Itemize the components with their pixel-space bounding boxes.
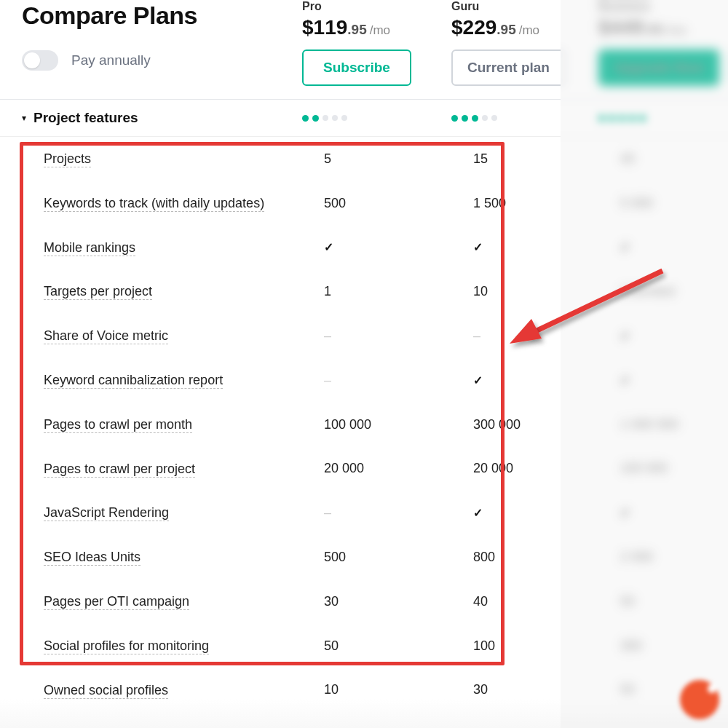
feature-label[interactable]: Targets per project xyxy=(44,284,152,300)
feature-value: 100 000 xyxy=(324,417,371,432)
features-table: Projects51540Keywords to track (with dai… xyxy=(0,137,728,712)
chevron-down-icon: ▾ xyxy=(22,113,26,123)
section-title: Project features xyxy=(33,110,138,126)
table-row: Owned social profiles103050 xyxy=(0,668,728,713)
check-icon xyxy=(620,240,630,254)
page-title: Compare Plans xyxy=(22,1,302,30)
plan-price-guru: $229 xyxy=(451,16,496,39)
table-row: Pages per OTI campaign304050 xyxy=(0,579,728,624)
chat-widget-icon[interactable] xyxy=(680,680,719,719)
feature-value: 50 xyxy=(620,594,635,609)
feature-label[interactable]: Pages to crawl per month xyxy=(44,417,192,433)
feature-label[interactable]: Owned social profiles xyxy=(44,683,168,699)
plan-rating-pro xyxy=(302,115,451,122)
feature-label[interactable]: Projects xyxy=(44,151,91,167)
current-plan-button-guru[interactable]: Current plan xyxy=(451,50,566,86)
plan-price-business: $449 xyxy=(598,16,644,39)
feature-value: 1 000 000 xyxy=(620,417,678,432)
feature-value: 2 000 xyxy=(620,550,653,564)
plan-header-pro: Pro $119.95/mo Subscribe xyxy=(302,0,451,86)
feature-value: 500 xyxy=(324,196,346,210)
feature-value: 1 500 xyxy=(473,196,506,210)
table-row: Keywords to track (with daily updates)50… xyxy=(0,181,728,226)
dash-icon: – xyxy=(324,373,331,387)
section-toggle-project-features[interactable]: ▾ Project features xyxy=(22,110,302,126)
feature-value: 15 xyxy=(473,151,488,166)
table-row: SEO Ideas Units5008002 000 xyxy=(0,535,728,579)
plan-rating-business xyxy=(582,115,728,122)
dash-icon: – xyxy=(473,328,480,343)
feature-value: 20 000 xyxy=(473,461,513,475)
feature-value: 800 xyxy=(473,550,495,564)
check-icon xyxy=(473,373,483,387)
feature-label[interactable]: Mobile rankings xyxy=(44,240,135,256)
dash-icon: – xyxy=(324,505,331,520)
check-icon xyxy=(620,505,630,520)
feature-value: 10 xyxy=(473,284,488,298)
feature-label[interactable]: Pages per OTI campaign xyxy=(44,594,189,610)
check-icon xyxy=(473,505,483,520)
check-icon xyxy=(473,240,483,254)
feature-label[interactable]: Pages to crawl per project xyxy=(44,462,195,478)
dash-icon: – xyxy=(324,328,331,343)
feature-label[interactable]: SEO Ideas Units xyxy=(44,550,141,566)
check-icon xyxy=(620,373,630,387)
table-row: Pages to crawl per month100 000300 0001 … xyxy=(0,403,728,447)
feature-value: 300 xyxy=(620,638,642,653)
feature-value: 30 xyxy=(473,682,488,697)
feature-value: 1 xyxy=(324,284,331,298)
table-row: Projects51540 xyxy=(0,137,728,181)
feature-value: 100 xyxy=(473,638,495,653)
feature-value: 500 xyxy=(324,550,346,564)
plan-name-business: Business xyxy=(598,0,728,13)
feature-value: 40 xyxy=(620,151,635,166)
feature-value: 50 xyxy=(620,682,635,697)
table-row: Targets per project110Unlimited xyxy=(0,269,728,314)
feature-label[interactable]: Keyword cannibalization report xyxy=(44,373,223,389)
check-icon xyxy=(620,328,630,343)
upgrade-button-business[interactable]: Upgrade Now xyxy=(598,50,719,86)
feature-value: 5 xyxy=(324,151,331,166)
subscribe-button-pro[interactable]: Subscribe xyxy=(302,50,411,86)
plan-header-business: Business $449.95/mo Upgrade Now xyxy=(582,0,728,86)
feature-value: 5 000 xyxy=(620,196,653,210)
table-row: JavaScript Rendering– xyxy=(0,491,728,535)
table-row: Pages to crawl per project20 00020 00010… xyxy=(0,447,728,491)
plan-name-pro: Pro xyxy=(302,0,451,13)
plan-name-guru: Guru xyxy=(451,0,582,13)
table-row: Social profiles for monitoring50100300 xyxy=(0,624,728,668)
check-icon xyxy=(324,240,333,254)
feature-value: Unlimited xyxy=(620,284,675,298)
feature-label[interactable]: Share of Voice metric xyxy=(44,328,168,344)
plan-header-guru: Guru $229.95/mo Current plan xyxy=(451,0,582,86)
annual-toggle-label: Pay annually xyxy=(71,52,151,68)
annual-toggle[interactable] xyxy=(22,50,58,71)
feature-value: 30 xyxy=(324,594,339,609)
plan-price-pro: $119 xyxy=(302,16,347,39)
feature-label[interactable]: Keywords to track (with daily updates) xyxy=(44,196,264,212)
feature-value: 50 xyxy=(324,638,339,653)
feature-value: 10 xyxy=(324,682,339,697)
feature-value: 40 xyxy=(473,594,488,609)
table-row: Keyword cannibalization report– xyxy=(0,358,728,403)
plan-rating-guru xyxy=(451,115,582,122)
table-row: Share of Voice metric–– xyxy=(0,314,728,358)
feature-value: 300 000 xyxy=(473,417,521,432)
feature-label[interactable]: Social profiles for monitoring xyxy=(44,638,209,654)
table-row: Mobile rankings xyxy=(0,226,728,270)
feature-value: 100 000 xyxy=(620,461,668,475)
feature-label[interactable]: JavaScript Rendering xyxy=(44,505,169,521)
feature-value: 20 000 xyxy=(324,461,364,475)
